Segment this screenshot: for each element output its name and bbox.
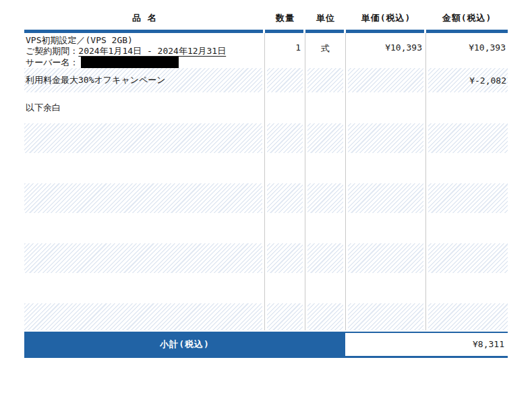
column-header-unit-price: 単価(税込) [346,12,426,24]
empty-cell [426,153,508,183]
item-title: VPS初期設定／(VPS 2GB) [26,35,263,46]
empty-cell [24,273,265,303]
table-row-empty [24,183,508,213]
empty-cell [346,213,426,243]
empty-cell [426,303,508,330]
empty-cell [346,273,426,303]
campaign-unit-price-cell [346,68,426,92]
empty-cell [346,303,426,330]
item-contract-period: ご契約期間：2024年1月14日 - 2024年12月31日 [26,46,263,57]
item-unit: 式 [305,33,346,68]
subtotal-label: 小計(税込) [24,333,345,356]
campaign-amount: ¥-2,082 [426,68,508,92]
campaign-name-cell: 利用料金最大30%オフキャンペーン [24,68,265,92]
table-row-campaign: 利用料金最大30%オフキャンペーン ¥-2,082 [24,68,508,92]
subtotal-row: 小計(税込) ¥8,311 [24,332,508,358]
contract-period-dates: 2024年1月14日 - 2024年12月31日 [78,46,226,56]
table-row-empty [24,123,508,153]
invoice-table: 品 名 数量 単位 単価(税込) 金額(税込) VPS初期設定／(VPS 2GB… [24,7,508,358]
table-row-blank-note: 以下余白 [24,92,508,123]
empty-cell [265,183,305,213]
empty-cell [265,273,305,303]
campaign-unit-cell [305,68,346,92]
empty-cell [265,303,305,330]
empty-cell [346,123,426,153]
item-quantity: 1 [265,33,305,68]
empty-cell [426,183,508,213]
campaign-quantity-cell [265,68,305,92]
blank-cell [346,92,426,123]
column-header-unit: 単位 [305,12,346,24]
item-unit-price: ¥10,393 [346,33,426,68]
empty-cell [265,123,305,153]
empty-cell [305,213,346,243]
column-header-item-name: 品 名 [24,12,265,24]
blank-note: 以下余白 [24,92,265,123]
item-server-name: サーバー名： [26,57,263,68]
empty-cell [426,243,508,273]
column-header-quantity: 数量 [265,12,305,24]
empty-cell [346,153,426,183]
empty-cell [24,243,265,273]
empty-cell [305,243,346,273]
item-name-cell: VPS初期設定／(VPS 2GB) ご契約期間：2024年1月14日 - 202… [24,33,265,68]
blank-cell [305,92,346,123]
empty-cell [305,123,346,153]
subtotal-amount: ¥8,311 [345,333,508,356]
item-amount: ¥10,393 [426,33,508,68]
server-name-redaction [81,57,179,68]
empty-cell [346,243,426,273]
empty-rows [24,123,508,330]
column-header-amount: 金額(税込) [426,12,508,24]
table-row-empty [24,213,508,243]
empty-cell [426,273,508,303]
empty-cell [426,213,508,243]
empty-cell [24,153,265,183]
empty-cell [265,213,305,243]
campaign-name: 利用料金最大30%オフキャンペーン [26,74,166,86]
empty-cell [24,213,265,243]
table-row-empty [24,273,508,303]
empty-cell [305,273,346,303]
empty-cell [305,153,346,183]
empty-cell [346,183,426,213]
invoice-page: 品 名 数量 単位 単価(税込) 金額(税込) VPS初期設定／(VPS 2GB… [0,0,532,395]
blank-cell [426,92,508,123]
table-header: 品 名 数量 単位 単価(税込) 金額(税込) [24,7,508,30]
empty-cell [24,303,265,330]
empty-cell [265,153,305,183]
table-row-empty [24,243,508,273]
table-row-empty [24,303,508,330]
table-row-empty [24,153,508,183]
empty-cell [305,303,346,330]
empty-cell [24,183,265,213]
empty-cell [426,123,508,153]
blank-cell [265,92,305,123]
empty-cell [24,123,265,153]
empty-cell [305,183,346,213]
empty-cell [265,243,305,273]
table-row-item: VPS初期設定／(VPS 2GB) ご契約期間：2024年1月14日 - 202… [24,33,508,68]
